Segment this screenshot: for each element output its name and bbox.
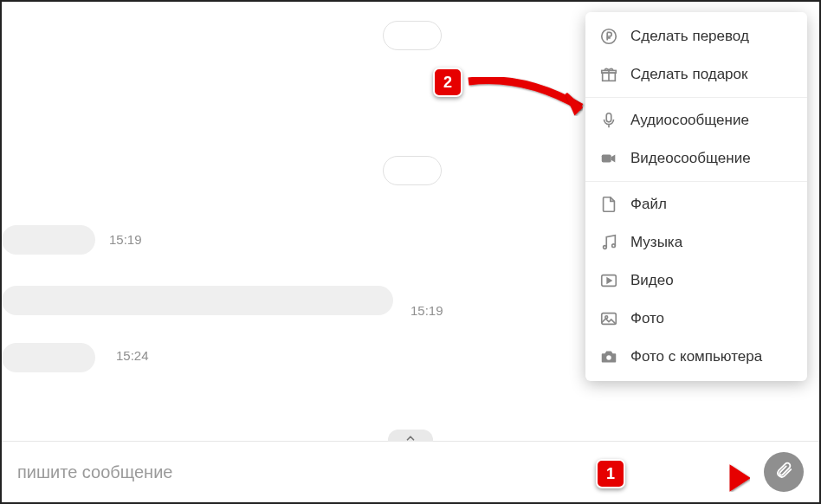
- menu-item-gift[interactable]: Сделать подарок: [585, 55, 807, 94]
- menu-item-music[interactable]: Музыка: [585, 223, 807, 262]
- message-bubble: [383, 21, 442, 50]
- menu-label: Видео: [630, 272, 674, 289]
- file-icon: [599, 195, 618, 214]
- menu-label: Видеосообщение: [630, 150, 751, 167]
- message-time: 15:19: [410, 303, 443, 318]
- message-time: 15:24: [116, 348, 149, 363]
- annotation-badge-2: 2: [433, 68, 462, 97]
- music-icon: [599, 233, 618, 252]
- svg-point-5: [604, 246, 607, 249]
- menu-label: Фото: [630, 310, 664, 327]
- ruble-icon: [599, 27, 618, 46]
- menu-label: Сделать перевод: [630, 28, 749, 45]
- menu-separator: [585, 97, 807, 98]
- message-bubble: [2, 343, 95, 372]
- svg-rect-4: [602, 154, 611, 162]
- menu-item-transfer[interactable]: Сделать перевод: [585, 17, 807, 55]
- attach-menu: Сделать перевод Сделать подарок Аудиосоо…: [585, 12, 807, 381]
- svg-rect-3: [606, 113, 611, 122]
- menu-separator: [585, 181, 807, 182]
- image-icon: [599, 309, 618, 328]
- message-time: 15:19: [109, 232, 142, 247]
- menu-item-video-message[interactable]: Видеосообщение: [585, 139, 807, 178]
- message-bubble: [383, 156, 442, 185]
- svg-point-6: [612, 244, 616, 248]
- video-icon: [599, 271, 618, 290]
- svg-point-10: [606, 355, 611, 360]
- message-bubble: [2, 286, 393, 315]
- menu-label: Аудиосообщение: [630, 112, 749, 129]
- menu-label: Фото с компьютера: [630, 348, 762, 365]
- menu-item-file[interactable]: Файл: [585, 185, 807, 223]
- paperclip-icon: [774, 461, 793, 483]
- menu-item-photo[interactable]: Фото: [585, 300, 807, 338]
- menu-label: Файл: [630, 196, 667, 213]
- menu-label: Сделать подарок: [630, 66, 747, 83]
- menu-item-photo-pc[interactable]: Фото с компьютера: [585, 338, 807, 376]
- camera-icon: [599, 347, 618, 366]
- menu-label: Музыка: [630, 234, 682, 251]
- menu-item-audio[interactable]: Аудиосообщение: [585, 101, 807, 139]
- annotation-badge-1: 1: [596, 459, 625, 488]
- message-bubble: [2, 225, 95, 255]
- video-camera-icon: [599, 149, 618, 168]
- menu-item-video[interactable]: Видео: [585, 262, 807, 300]
- annotation-arrow-1: [627, 454, 774, 497]
- annotation-arrow-2: [464, 66, 603, 126]
